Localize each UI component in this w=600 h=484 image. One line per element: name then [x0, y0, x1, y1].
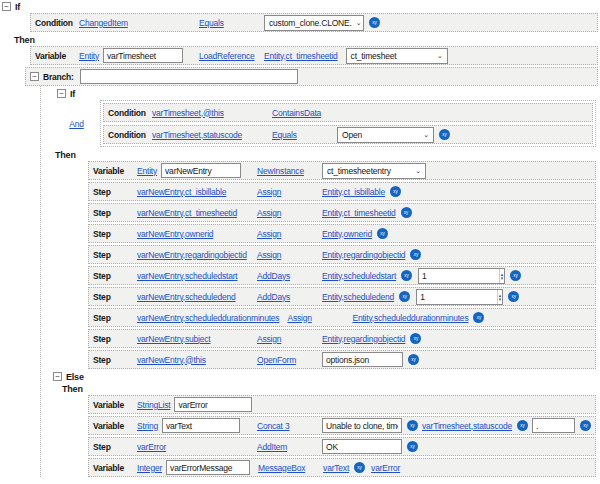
chevron-down-icon: ⌄: [423, 131, 429, 138]
operation-link[interactable]: NewInstance: [257, 166, 304, 176]
step-row: Step varNewEntry,scheduledend AddDays En…: [88, 287, 596, 306]
target-field-link[interactable]: Entity,scheduledend: [322, 292, 394, 302]
info-badge-icon[interactable]: xy: [401, 270, 412, 281]
operation-link[interactable]: Assign: [257, 250, 281, 260]
info-badge-icon[interactable]: xy: [377, 228, 388, 239]
and-operator-link[interactable]: And: [69, 119, 84, 129]
operation-link[interactable]: AddDays: [257, 292, 290, 302]
operation-link[interactable]: AddDays: [257, 271, 290, 281]
variable-type-link[interactable]: Entity: [79, 51, 99, 61]
concat-arg1-input[interactable]: [322, 418, 402, 433]
info-badge-icon[interactable]: xy: [390, 186, 401, 197]
info-badge-icon[interactable]: xy: [517, 420, 528, 431]
operation-link[interactable]: Assign: [257, 229, 281, 239]
info-badge-icon[interactable]: xy: [407, 441, 418, 452]
variable-type-link[interactable]: Integer: [137, 463, 162, 473]
operation-link[interactable]: Assign: [257, 334, 281, 344]
condition-field-link[interactable]: varTimesheet,@this: [152, 108, 224, 118]
step-field-link[interactable]: varNewEntry,@this: [137, 355, 206, 365]
operation-link[interactable]: Assign: [287, 313, 311, 323]
condition-value-select[interactable]: custom_clone.CLONE. ⌄: [264, 15, 364, 31]
operation-link[interactable]: Concat 3: [257, 421, 289, 431]
operation-link[interactable]: Assign: [257, 187, 281, 197]
target-field-link[interactable]: Entity,ct_isbillable: [322, 187, 385, 197]
operation-link[interactable]: Assign: [257, 208, 281, 218]
target-field-link[interactable]: Entity,ct_timesheetid: [322, 208, 396, 218]
condition-operator-link[interactable]: Equals: [272, 130, 297, 140]
stepper-buttons[interactable]: ▴ ▾: [497, 290, 502, 304]
info-badge-icon[interactable]: xy: [369, 17, 380, 28]
collapse-icon[interactable]: −: [53, 372, 62, 381]
step-field-link[interactable]: varNewEntry,ownerid: [137, 229, 213, 239]
entity-select[interactable]: ct_timesheet ⌄: [346, 48, 448, 64]
step-row: Step varNewEntry,@this OpenForm xy: [88, 350, 596, 369]
additem-value-input[interactable]: [322, 439, 402, 454]
operation-link[interactable]: OpenForm: [257, 355, 296, 365]
step-field-link[interactable]: varError: [137, 442, 166, 452]
else-header: − Else: [53, 371, 598, 382]
collapse-icon[interactable]: −: [30, 72, 39, 81]
info-badge-icon[interactable]: xy: [408, 354, 419, 365]
info-badge-icon[interactable]: xy: [410, 333, 421, 344]
variable-type-link[interactable]: String: [137, 421, 158, 431]
condition-operator-link[interactable]: Equals: [199, 18, 224, 28]
variable-type-link[interactable]: StringList: [137, 400, 170, 410]
target-field-link[interactable]: Entity,ownerid: [322, 229, 372, 239]
days-stepper[interactable]: 1 ▴ ▾: [418, 268, 505, 284]
collapse-icon[interactable]: −: [2, 2, 11, 11]
stepper-value: 1: [419, 269, 499, 283]
entity-select[interactable]: ct_timesheetentry ⌄: [322, 163, 426, 179]
operation-link[interactable]: LoadReference: [199, 51, 255, 61]
messagebox-arg1-link[interactable]: varText: [323, 463, 349, 473]
step-field-link[interactable]: varNewEntry,regardingobjectid: [137, 250, 247, 260]
stepper-buttons[interactable]: ▴ ▾: [499, 269, 504, 283]
row-type-label: Condition: [108, 130, 152, 140]
branch-name-input[interactable]: [80, 69, 298, 84]
info-badge-icon[interactable]: xy: [510, 270, 521, 281]
condition-field-link[interactable]: varTimesheet,statuscode: [152, 130, 242, 140]
form-options-input[interactable]: [322, 352, 403, 367]
row-type-label: Step: [93, 334, 137, 344]
spinner-down-icon[interactable]: ▾: [499, 297, 501, 301]
info-badge-icon[interactable]: xy: [399, 291, 410, 302]
step-field-link[interactable]: varNewEntry,subject: [137, 334, 211, 344]
concat-arg2-link[interactable]: varTimesheet,statuscode: [422, 421, 512, 431]
target-field-link[interactable]: Entity,regardingobjectid: [322, 250, 405, 260]
info-badge-icon[interactable]: xy: [354, 462, 365, 473]
spinner-down-icon[interactable]: ▾: [501, 276, 503, 280]
else-rows: Variable StringList Variable String Conc…: [88, 395, 596, 477]
info-badge-icon[interactable]: xy: [407, 420, 418, 431]
target-field-link[interactable]: Entity,scheduleddurationminutes: [352, 313, 468, 323]
condition-group: Condition varTimesheet,@this ContainsDat…: [100, 100, 596, 147]
info-badge-icon[interactable]: xy: [439, 129, 450, 140]
variable-name-input[interactable]: [162, 418, 240, 433]
step-field-link[interactable]: varNewEntry,ct_isbillable: [137, 187, 226, 197]
variable-name-input[interactable]: [161, 163, 241, 178]
step-field-link[interactable]: varNewEntry,scheduledend: [137, 292, 236, 302]
target-field-link[interactable]: Entity,scheduledstart: [322, 271, 396, 281]
step-field-link[interactable]: varNewEntry,scheduleddurationminutes: [137, 313, 279, 323]
step-field-link[interactable]: varNewEntry,ct_timesheetid: [137, 208, 237, 218]
target-field-link[interactable]: Entity,regardingobjectid: [322, 334, 405, 344]
variable-type-link[interactable]: Entity: [137, 166, 157, 176]
info-badge-icon[interactable]: xy: [473, 312, 484, 323]
info-badge-icon[interactable]: xy: [580, 420, 591, 431]
collapse-icon[interactable]: −: [57, 89, 66, 98]
chevron-down-icon: ⌄: [415, 167, 421, 174]
messagebox-arg2-link[interactable]: varError: [371, 463, 400, 473]
condition-operator-link[interactable]: ContainsData: [272, 108, 321, 118]
concat-arg3-input[interactable]: [532, 418, 575, 433]
condition-value-select[interactable]: Open ⌄: [337, 127, 434, 143]
source-field-link[interactable]: Entity,ct_timesheetid: [264, 51, 338, 61]
variable-name-input[interactable]: [174, 397, 252, 412]
info-badge-icon[interactable]: xy: [508, 291, 519, 302]
info-badge-icon[interactable]: xy: [410, 249, 421, 260]
variable-name-input[interactable]: [166, 460, 250, 475]
variable-name-input[interactable]: [103, 48, 183, 63]
operation-link[interactable]: AddItem: [257, 442, 287, 452]
operation-link[interactable]: MessageBox: [258, 463, 305, 473]
days-stepper[interactable]: 1 ▴ ▾: [416, 289, 503, 305]
info-badge-icon[interactable]: xy: [401, 207, 412, 218]
step-field-link[interactable]: varNewEntry,scheduledstart: [137, 271, 237, 281]
condition-field-link[interactable]: ChangedItem: [79, 18, 128, 28]
